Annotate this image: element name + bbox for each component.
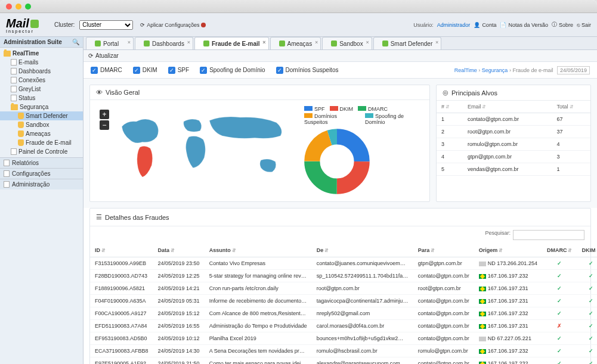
maximize-dot[interactable] [25, 4, 31, 10]
world-map[interactable]: + − [96, 106, 297, 195]
col-email[interactable]: Email⇵ [463, 101, 552, 113]
tab-fraude-de-e-mail[interactable]: Fraude de E-mail× [194, 37, 269, 49]
filter-dkim[interactable]: ✓DKIM [133, 67, 157, 74]
sidebar-panel-administração[interactable]: Administração [0, 179, 83, 189]
col-id[interactable]: ID⇵ [90, 244, 153, 257]
tab-portal[interactable]: Portal× [86, 37, 134, 49]
check-icon: ✓ [557, 273, 562, 279]
col-dkim[interactable]: DKIM⇵ [577, 244, 597, 257]
filter-dom-nios-suspeitos[interactable]: ✓Domínios Suspeitos [276, 67, 339, 74]
notes-icon: 📄 [500, 22, 506, 28]
col-assunto[interactable]: Assunto⇵ [205, 244, 312, 257]
account-link[interactable]: 👤Conta [474, 22, 496, 28]
close-icon[interactable]: × [435, 39, 438, 45]
release-notes-link[interactable]: 📄Notas da Versão [500, 22, 548, 28]
table-row[interactable]: F3153190009.A99EB24/05/2019 23:50Contato… [90, 257, 597, 270]
nav-greylist[interactable]: GreyList [0, 85, 83, 94]
table-row[interactable]: F1889190096.A582124/05/2019 14:21Cron ru… [90, 282, 597, 295]
nav-sandbox[interactable]: Sandbox [0, 120, 83, 129]
close-icon[interactable]: × [315, 39, 318, 45]
zoom-out-button[interactable]: − [100, 120, 109, 130]
page-icon [4, 181, 10, 188]
nav-label: GreyList [18, 86, 41, 92]
world-map-svg [112, 106, 297, 199]
nav-label: Ameaças [26, 130, 51, 137]
table-row[interactable]: EFD51190083.A7A8424/05/2019 16:55Adminis… [90, 320, 597, 332]
close-icon[interactable]: × [262, 39, 265, 45]
zoom-in-button[interactable]: + [100, 110, 109, 119]
table-row[interactable]: F04F0190009.A635A24/05/2019 05:31Informe… [90, 295, 597, 307]
search-input[interactable] [513, 230, 584, 240]
logout-link[interactable]: ⎋Sair [577, 22, 591, 28]
logo-main: Mail [6, 17, 29, 30]
tab-icon [331, 41, 337, 46]
folder-icon [4, 51, 11, 57]
close-icon[interactable]: × [187, 39, 190, 45]
table-row[interactable]: 3romulo@gtpn.com.br4 [437, 138, 590, 151]
tab-amea-as[interactable]: Ameaças× [270, 37, 321, 49]
table-row[interactable]: EF953190083.AD5B024/05/2019 10:12Planilh… [90, 332, 597, 345]
table-row[interactable]: 2root@gtpn.com.br37 [437, 126, 590, 138]
nav-dashboards[interactable]: Dashboards [0, 67, 83, 76]
col-para[interactable]: Para⇵ [413, 244, 474, 257]
nav-painel-de-controle[interactable]: Painel de Controle [0, 147, 83, 156]
nav-conex-es[interactable]: Conexões [0, 76, 83, 85]
sidebar-panel-configurações[interactable]: Configurações [0, 168, 83, 179]
cluster-label: Cluster: [54, 21, 75, 28]
nav-label: Status [18, 95, 35, 101]
col-total[interactable]: Total⇵ [552, 101, 590, 113]
nav-fraude-de-e-mail[interactable]: Fraude de E-mail [0, 138, 83, 147]
date-picker[interactable]: 24/05/2019 [557, 66, 590, 74]
col-data[interactable]: Data⇵ [153, 244, 205, 257]
tab-smart-defender[interactable]: Smart Defender× [373, 37, 442, 49]
refresh-button[interactable]: ⟳ Atualizar [88, 52, 119, 59]
page-icon [4, 160, 10, 166]
sidebar-header: Administration Suite 🔍 [0, 37, 83, 48]
flag-icon [479, 299, 486, 304]
col-dmarc[interactable]: DMARC⇵ [542, 244, 577, 257]
nav-label: Smart Defender [26, 113, 68, 119]
chart-legend: SPFDKIMDMARCDomínios SuspeitosSpoofing d… [304, 106, 423, 125]
tab-dashboards[interactable]: Dashboards× [135, 37, 193, 49]
crumb-seguranca[interactable]: Segurança [482, 67, 508, 73]
minimize-dot[interactable] [16, 4, 21, 10]
close-icon[interactable]: × [366, 39, 369, 45]
close-dot[interactable] [6, 4, 12, 10]
nav-amea-as[interactable]: Ameaças [0, 129, 83, 138]
filter-spf[interactable]: ✓SPF [168, 67, 189, 74]
filter-dmarc[interactable]: ✓DMARC [91, 67, 122, 74]
col-de[interactable]: De⇵ [312, 244, 413, 257]
sidebar-panel-relatórios[interactable]: Relatórios [0, 157, 83, 168]
logo-sub: Inspector [6, 29, 39, 33]
table-row[interactable]: E97E5190005.A1F9224/05/2019 21:50Como te… [90, 357, 597, 365]
check-icon: ✓ [589, 285, 593, 291]
col-origem[interactable]: Origem⇵ [474, 244, 542, 257]
check-icon: ✓ [557, 310, 562, 316]
nav-label: RealTime [13, 50, 39, 57]
nav-realtime[interactable]: RealTime [0, 49, 83, 58]
table-row[interactable]: F00CA190005.A912724/05/2019 15:12Com Alc… [90, 307, 597, 320]
swatch-icon [304, 106, 313, 111]
search-icon[interactable]: 🔍 [72, 39, 79, 45]
col-num[interactable]: #⇵ [437, 101, 463, 113]
close-icon[interactable]: × [128, 39, 131, 45]
nav-seguran-a[interactable]: Segurança [0, 102, 83, 111]
filter-bar: ✓DMARC✓DKIM✓SPF✓Spoofing de Domínio✓Domí… [83, 62, 597, 79]
nav-e-mails[interactable]: E-mails [0, 58, 83, 67]
apply-config-button[interactable]: ⟳ Aplicar Configurações [140, 22, 206, 28]
about-link[interactable]: ⓘSobre [552, 21, 573, 29]
user-name-link[interactable]: Administrador [437, 22, 471, 28]
filter-spoofing-de-dom-nio[interactable]: ✓Spoofing de Domínio [200, 67, 265, 74]
table-row[interactable]: F28BD190003.AD74324/05/2019 12:255-star … [90, 270, 597, 282]
table-row[interactable]: ECA37190083.AFBB824/05/2019 14:30A Sena … [90, 345, 597, 357]
nav-status[interactable]: Status [0, 94, 83, 102]
crumb-realtime[interactable]: RealTime [454, 67, 477, 73]
nav-smart-defender[interactable]: Smart Defender [0, 111, 83, 120]
tab-sandbox[interactable]: Sandbox× [322, 37, 372, 49]
table-row[interactable]: 1contato@gtpn.com.br67 [437, 113, 590, 126]
table-row[interactable]: 4gtpn@gtpn.com.br3 [437, 151, 590, 163]
list-icon: ☰ [96, 213, 102, 221]
cluster-select[interactable]: Cluster [79, 20, 133, 30]
check-icon: ✓ [557, 360, 562, 364]
table-row[interactable]: 5vendas@gtpn.com.br1 [437, 163, 590, 176]
